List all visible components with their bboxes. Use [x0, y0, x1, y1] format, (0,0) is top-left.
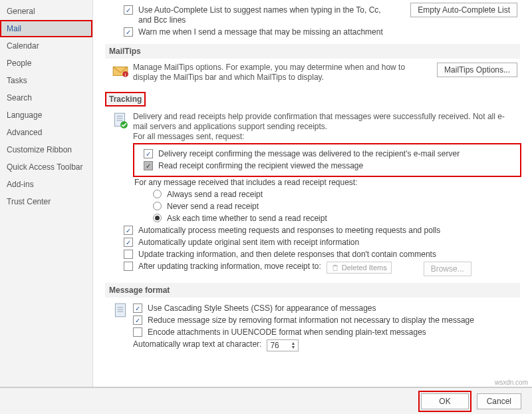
sidebar-item-people[interactable]: People [0, 55, 92, 72]
dialog-footer: OK Cancel [0, 387, 532, 414]
mailtips-desc: Manage MailTips options. For example, yo… [133, 63, 437, 83]
tracking-desc: Delivery and read receipts help provide … [133, 112, 520, 142]
browse-button: Browse... [424, 262, 471, 276]
receipt-icon [112, 112, 129, 129]
update-tracking-label: Update tracking information, and then de… [138, 250, 436, 260]
uuencode-label: Encode attachments in UUENCODE format wh… [148, 327, 426, 337]
delivery-receipt-label: Delivery receipt confirming the message … [158, 149, 460, 159]
mailtips-options-button[interactable]: MailTips Options... [437, 63, 517, 77]
sidebar-item-customize-ribbon[interactable]: Customize Ribbon [0, 141, 92, 158]
ask-each-time-radio[interactable] [153, 214, 162, 222]
tracking-highlight-box: Delivery receipt confirming the message … [134, 144, 520, 176]
auto-update-checkbox[interactable] [124, 238, 133, 247]
empty-autocomplete-button[interactable]: Empty Auto-Complete List [410, 3, 517, 17]
sidebar-item-general[interactable]: General [0, 3, 92, 20]
tracking-heading: Tracking [105, 92, 146, 106]
auto-process-label: Automatically process meeting requests a… [138, 226, 440, 236]
sidebar-item-advanced[interactable]: Advanced [0, 124, 92, 141]
document-icon [112, 302, 129, 319]
warn-attachment-checkbox[interactable] [124, 27, 133, 37]
auto-process-checkbox[interactable] [124, 226, 133, 235]
css-checkbox[interactable] [133, 304, 142, 313]
always-send-radio[interactable] [153, 190, 162, 198]
deleted-items-field: Deleted Items [327, 262, 392, 274]
cancel-button[interactable]: Cancel [477, 393, 521, 409]
move-receipt-checkbox[interactable] [124, 262, 133, 271]
warn-attachment-label: Warn me when I send a message that may b… [138, 27, 383, 37]
sidebar-item-tasks[interactable]: Tasks [0, 72, 92, 89]
svg-rect-8 [115, 304, 125, 317]
reduce-size-checkbox[interactable] [133, 315, 142, 325]
ask-each-time-label: Ask each time whether to send a read rec… [167, 214, 327, 224]
envelope-icon: i [112, 63, 129, 80]
uuencode-checkbox[interactable] [133, 327, 142, 337]
sidebar-item-trust-center[interactable]: Trust Center [0, 193, 92, 210]
read-receipt-checkbox[interactable] [144, 161, 153, 170]
mailtips-heading: MailTips [105, 44, 520, 59]
options-sidebar: General Mail Calendar People Tasks Searc… [0, 0, 93, 387]
sidebar-item-language[interactable]: Language [0, 106, 92, 124]
css-label: Use Cascading Style Sheets (CSS) for app… [148, 304, 376, 313]
sidebar-item-mail[interactable]: Mail [0, 20, 92, 37]
move-receipt-label: After updating tracking information, mov… [138, 262, 321, 272]
sidebar-item-quick-access-toolbar[interactable]: Quick Access Toolbar [0, 158, 92, 176]
tracking-sub2: For any message received that includes a… [134, 178, 358, 188]
wrap-label: Automatically wrap text at character: [133, 339, 261, 349]
read-receipt-label: Read receipt confirming the recipient vi… [158, 161, 363, 171]
sidebar-item-calendar[interactable]: Calendar [0, 37, 92, 55]
tracking-sub1: For all messages sent, request: [133, 132, 244, 141]
sidebar-item-addins[interactable]: Add-ins [0, 176, 92, 193]
update-tracking-checkbox[interactable] [124, 250, 133, 259]
message-format-heading: Message format [105, 283, 520, 298]
wrap-character-input[interactable]: 76 ▲▼ [267, 339, 299, 351]
ok-button[interactable]: OK [421, 393, 468, 409]
autocomplete-checkbox[interactable] [124, 5, 133, 15]
watermark: wsxdn.com [495, 379, 528, 386]
delivery-receipt-checkbox[interactable] [144, 149, 153, 158]
auto-update-label: Automatically update original sent item … [138, 238, 359, 248]
never-send-radio[interactable] [153, 202, 162, 210]
trash-icon [331, 264, 339, 272]
never-send-label: Never send a read receipt [167, 202, 259, 212]
sidebar-item-search[interactable]: Search [0, 89, 92, 106]
options-main: Use Auto-Complete List to suggest names … [93, 0, 532, 387]
autocomplete-label: Use Auto-Complete List to suggest names … [138, 5, 391, 25]
reduce-size-label: Reduce message size by removing format i… [148, 315, 474, 325]
always-send-label: Always send a read receipt [167, 190, 263, 200]
spin-down-icon[interactable]: ▼ [291, 345, 295, 349]
